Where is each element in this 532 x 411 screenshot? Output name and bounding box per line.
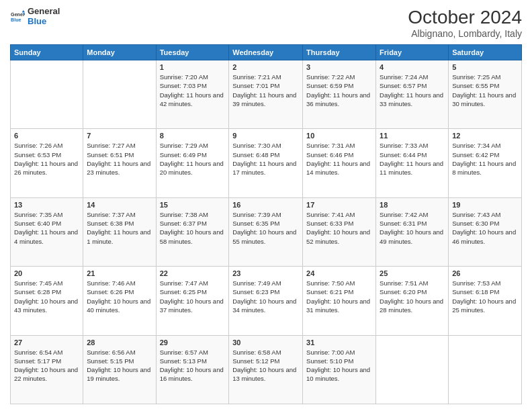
day-info: Sunrise: 7:31 AM Sunset: 6:46 PM Dayligh…	[306, 141, 372, 177]
day-info: Sunrise: 7:26 AM Sunset: 6:53 PM Dayligh…	[14, 141, 79, 177]
calendar-cell: 9Sunrise: 7:30 AM Sunset: 6:48 PM Daylig…	[229, 129, 303, 197]
day-number: 19	[452, 201, 518, 209]
calendar-cell: 22Sunrise: 7:47 AM Sunset: 6:25 PM Dayli…	[156, 267, 229, 335]
day-number: 12	[452, 132, 518, 140]
day-info: Sunrise: 7:20 AM Sunset: 7:03 PM Dayligh…	[160, 73, 226, 108]
weekday-header-saturday: Saturday	[449, 45, 522, 60]
svg-text:General: General	[11, 12, 25, 17]
day-number: 15	[160, 201, 226, 209]
weekday-header-tuesday: Tuesday	[156, 45, 229, 60]
day-info: Sunrise: 7:47 AM Sunset: 6:25 PM Dayligh…	[160, 279, 226, 314]
day-number: 4	[380, 63, 445, 71]
page: General Blue General Blue October 2024 A…	[0, 0, 532, 411]
calendar-header-row: SundayMondayTuesdayWednesdayThursdayFrid…	[11, 45, 522, 60]
day-info: Sunrise: 7:53 AM Sunset: 6:18 PM Dayligh…	[452, 279, 518, 314]
header: General Blue General Blue October 2024 A…	[10, 7, 522, 39]
calendar-table: SundayMondayTuesdayWednesdayThursdayFrid…	[10, 44, 522, 404]
day-info: Sunrise: 7:35 AM Sunset: 6:40 PM Dayligh…	[14, 210, 79, 246]
calendar-cell: 20Sunrise: 7:45 AM Sunset: 6:28 PM Dayli…	[11, 267, 83, 335]
day-number: 7	[87, 132, 152, 140]
calendar-cell: 14Sunrise: 7:37 AM Sunset: 6:38 PM Dayli…	[83, 197, 156, 266]
calendar-cell: 10Sunrise: 7:31 AM Sunset: 6:46 PM Dayli…	[303, 129, 376, 197]
day-number: 9	[232, 132, 299, 140]
day-info: Sunrise: 7:29 AM Sunset: 6:49 PM Dayligh…	[160, 141, 226, 177]
logo-blue: Blue	[28, 17, 60, 27]
day-number: 31	[306, 338, 372, 347]
logo-icon: General Blue	[10, 9, 25, 24]
weekday-header-monday: Monday	[83, 45, 156, 60]
day-info: Sunrise: 7:25 AM Sunset: 6:55 PM Dayligh…	[452, 73, 518, 108]
day-number: 2	[232, 63, 299, 71]
calendar-week-row: 1Sunrise: 7:20 AM Sunset: 7:03 PM Daylig…	[11, 60, 522, 129]
calendar-cell: 24Sunrise: 7:50 AM Sunset: 6:21 PM Dayli…	[303, 267, 376, 335]
day-number: 28	[87, 338, 152, 347]
day-info: Sunrise: 7:39 AM Sunset: 6:35 PM Dayligh…	[232, 210, 299, 246]
calendar-cell: 19Sunrise: 7:43 AM Sunset: 6:30 PM Dayli…	[449, 197, 522, 266]
day-number: 27	[14, 338, 79, 347]
day-number: 24	[306, 269, 372, 277]
calendar-cell: 29Sunrise: 6:57 AM Sunset: 5:13 PM Dayli…	[156, 335, 229, 404]
svg-text:Blue: Blue	[11, 17, 21, 23]
day-info: Sunrise: 7:45 AM Sunset: 6:28 PM Dayligh…	[14, 279, 79, 314]
calendar-cell: 2Sunrise: 7:21 AM Sunset: 7:01 PM Daylig…	[229, 60, 303, 129]
day-number: 5	[452, 63, 518, 71]
month-year-title: October 2024	[408, 7, 522, 28]
day-number: 17	[306, 201, 372, 209]
weekday-header-friday: Friday	[376, 45, 449, 60]
calendar-cell	[83, 60, 156, 129]
day-info: Sunrise: 7:50 AM Sunset: 6:21 PM Dayligh…	[306, 279, 372, 314]
day-number: 22	[160, 269, 226, 277]
calendar-week-row: 6Sunrise: 7:26 AM Sunset: 6:53 PM Daylig…	[11, 129, 522, 197]
day-number: 3	[306, 63, 372, 71]
location-subtitle: Albignano, Lombardy, Italy	[408, 28, 522, 39]
day-info: Sunrise: 6:56 AM Sunset: 5:15 PM Dayligh…	[87, 348, 152, 383]
title-section: October 2024 Albignano, Lombardy, Italy	[408, 7, 522, 39]
day-info: Sunrise: 7:33 AM Sunset: 6:44 PM Dayligh…	[380, 141, 445, 177]
day-number: 8	[160, 132, 226, 140]
day-number: 11	[380, 132, 445, 140]
day-number: 6	[14, 132, 79, 140]
calendar-cell: 4Sunrise: 7:24 AM Sunset: 6:57 PM Daylig…	[376, 60, 449, 129]
day-info: Sunrise: 7:30 AM Sunset: 6:48 PM Dayligh…	[232, 141, 299, 177]
calendar-cell: 31Sunrise: 7:00 AM Sunset: 5:10 PM Dayli…	[303, 335, 376, 404]
day-info: Sunrise: 7:34 AM Sunset: 6:42 PM Dayligh…	[452, 141, 518, 177]
day-info: Sunrise: 7:41 AM Sunset: 6:33 PM Dayligh…	[306, 210, 372, 246]
calendar-cell: 3Sunrise: 7:22 AM Sunset: 6:59 PM Daylig…	[303, 60, 376, 129]
calendar-cell: 1Sunrise: 7:20 AM Sunset: 7:03 PM Daylig…	[156, 60, 229, 129]
calendar-cell	[449, 335, 522, 404]
day-info: Sunrise: 7:42 AM Sunset: 6:31 PM Dayligh…	[380, 210, 445, 246]
day-info: Sunrise: 7:49 AM Sunset: 6:23 PM Dayligh…	[232, 279, 299, 314]
calendar-cell: 15Sunrise: 7:38 AM Sunset: 6:37 PM Dayli…	[156, 197, 229, 266]
day-info: Sunrise: 6:58 AM Sunset: 5:12 PM Dayligh…	[232, 348, 299, 383]
day-info: Sunrise: 6:54 AM Sunset: 5:17 PM Dayligh…	[14, 348, 79, 383]
day-number: 30	[232, 338, 299, 347]
weekday-header-wednesday: Wednesday	[229, 45, 303, 60]
calendar-week-row: 20Sunrise: 7:45 AM Sunset: 6:28 PM Dayli…	[11, 267, 522, 335]
calendar-cell: 13Sunrise: 7:35 AM Sunset: 6:40 PM Dayli…	[11, 197, 83, 266]
day-info: Sunrise: 7:38 AM Sunset: 6:37 PM Dayligh…	[160, 210, 226, 246]
calendar-cell: 26Sunrise: 7:53 AM Sunset: 6:18 PM Dayli…	[449, 267, 522, 335]
calendar-cell: 30Sunrise: 6:58 AM Sunset: 5:12 PM Dayli…	[229, 335, 303, 404]
calendar-cell	[11, 60, 83, 129]
day-info: Sunrise: 7:37 AM Sunset: 6:38 PM Dayligh…	[87, 210, 152, 246]
day-info: Sunrise: 7:46 AM Sunset: 6:26 PM Dayligh…	[87, 279, 152, 314]
calendar-cell: 28Sunrise: 6:56 AM Sunset: 5:15 PM Dayli…	[83, 335, 156, 404]
day-info: Sunrise: 6:57 AM Sunset: 5:13 PM Dayligh…	[160, 348, 226, 383]
calendar-cell	[376, 335, 449, 404]
day-number: 20	[14, 269, 79, 277]
calendar-cell: 6Sunrise: 7:26 AM Sunset: 6:53 PM Daylig…	[11, 129, 83, 197]
day-number: 16	[232, 201, 299, 209]
calendar-cell: 5Sunrise: 7:25 AM Sunset: 6:55 PM Daylig…	[449, 60, 522, 129]
calendar-cell: 7Sunrise: 7:27 AM Sunset: 6:51 PM Daylig…	[83, 129, 156, 197]
calendar-cell: 16Sunrise: 7:39 AM Sunset: 6:35 PM Dayli…	[229, 197, 303, 266]
calendar-cell: 23Sunrise: 7:49 AM Sunset: 6:23 PM Dayli…	[229, 267, 303, 335]
day-number: 23	[232, 269, 299, 277]
logo: General Blue General Blue	[10, 7, 60, 27]
weekday-header-sunday: Sunday	[11, 45, 83, 60]
day-info: Sunrise: 7:22 AM Sunset: 6:59 PM Dayligh…	[306, 73, 372, 108]
day-number: 10	[306, 132, 372, 140]
day-number: 13	[14, 201, 79, 209]
calendar-week-row: 27Sunrise: 6:54 AM Sunset: 5:17 PM Dayli…	[11, 335, 522, 404]
svg-marker-2	[22, 10, 25, 12]
calendar-cell: 8Sunrise: 7:29 AM Sunset: 6:49 PM Daylig…	[156, 129, 229, 197]
